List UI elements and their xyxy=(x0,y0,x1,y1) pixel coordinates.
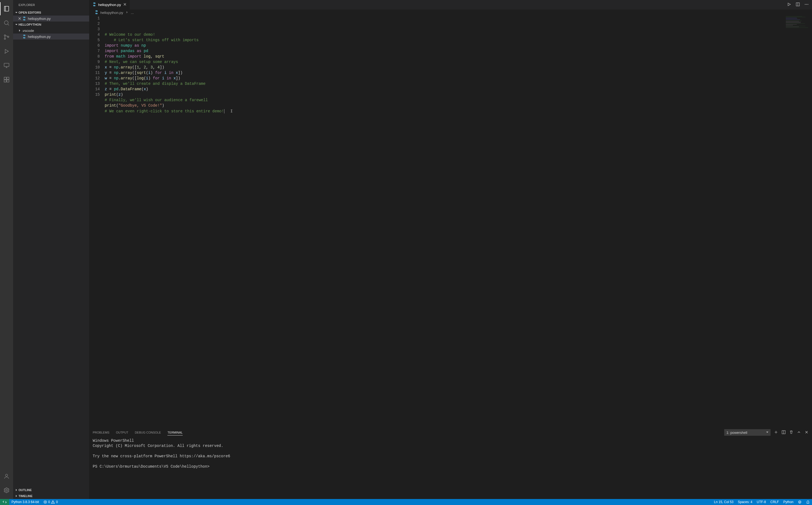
status-interpreter[interactable]: Python 3.8.3 64-bit xyxy=(9,499,41,505)
tree-file-hellopython[interactable]: hellopython.py xyxy=(13,33,89,39)
status-notifications-icon[interactable] xyxy=(804,499,812,505)
minimap[interactable] xyxy=(786,16,812,29)
panel-tab-terminal[interactable]: TERMINAL xyxy=(167,430,183,436)
editor-tabs: hellopython.py xyxy=(89,0,812,10)
tree-folder-vscode[interactable]: .vscode xyxy=(13,27,89,33)
close-panel-icon[interactable] xyxy=(804,430,809,435)
outline-header[interactable]: OUTLINE xyxy=(13,487,89,493)
activity-search-icon[interactable] xyxy=(0,16,13,29)
folder-header[interactable]: HELLOPYTHON xyxy=(13,21,89,27)
code-line[interactable]: # Next, we can setup some arrays xyxy=(105,59,812,64)
terminal-body[interactable]: Windows PowerShell Copyright (C) Microso… xyxy=(89,437,812,499)
line-number: 3 xyxy=(89,26,100,32)
svg-rect-6 xyxy=(4,77,6,79)
editor-actions xyxy=(784,0,812,10)
chevron-right-icon xyxy=(17,28,22,33)
line-number: 1 xyxy=(89,16,100,21)
line-number: 10 xyxy=(89,64,100,70)
bottom-panel: PROBLEMS OUTPUT DEBUG CONSOLE TERMINAL 1… xyxy=(89,428,812,499)
open-editors-header[interactable]: OPEN EDITORS xyxy=(13,10,89,16)
code-line[interactable]: # Finally, we'll wish our audience a far… xyxy=(105,97,812,103)
chevron-right-icon xyxy=(14,488,19,492)
breadcrumbs[interactable]: hellopython.py ... xyxy=(89,10,812,16)
code-line[interactable]: w = np.array([log(i) for i in x]) xyxy=(105,75,812,81)
remote-indicator[interactable] xyxy=(0,499,9,505)
split-editor-icon[interactable] xyxy=(796,2,800,7)
tab-filename: hellopython.py xyxy=(98,3,121,7)
breadcrumb-trail: ... xyxy=(131,11,134,15)
open-editor-item[interactable]: hellopython.py xyxy=(13,16,89,21)
status-eol[interactable]: CRLF xyxy=(768,499,781,505)
editor-tab[interactable]: hellopython.py xyxy=(89,0,130,10)
mouse-ibeam-cursor: I xyxy=(230,108,233,114)
activity-bar xyxy=(0,0,13,499)
maximize-panel-icon[interactable] xyxy=(797,430,801,435)
activity-run-debug-icon[interactable] xyxy=(0,45,13,58)
svg-point-18 xyxy=(53,503,53,503)
code-line[interactable]: import numpy as np xyxy=(105,43,812,48)
chevron-right-icon xyxy=(14,494,19,498)
line-number-gutter[interactable]: 123456789101112131415 xyxy=(89,16,105,428)
close-icon[interactable] xyxy=(123,2,127,7)
status-bar: Python 3.8.3 64-bit 0 0 Ln 15, Col 53 Sp… xyxy=(0,499,812,505)
code-line[interactable]: print("Goodbye, VS Code!") xyxy=(105,103,812,108)
python-file-icon xyxy=(22,34,27,39)
more-actions-icon[interactable] xyxy=(804,2,809,7)
panel-tab-problems[interactable]: PROBLEMS xyxy=(93,430,109,435)
code-editor[interactable]: # Welcome to our demo! # Let's start thi… xyxy=(105,16,812,428)
terminal-select[interactable]: 1: powershell xyxy=(724,429,771,436)
editor-group: hellopython.py h xyxy=(89,0,812,499)
line-number: 2 xyxy=(89,21,100,26)
code-line[interactable]: z = pd.DataFrame(x) xyxy=(105,87,812,92)
code-line[interactable]: # Welcome to our demo! xyxy=(105,32,812,37)
code-line[interactable]: # We can even right-click to store this … xyxy=(105,108,812,114)
status-cursor-position[interactable]: Ln 15, Col 53 xyxy=(712,499,736,505)
explorer-title: EXPLORER xyxy=(13,0,89,10)
python-file-icon xyxy=(94,10,99,15)
text-cursor xyxy=(224,109,224,114)
activity-extensions-icon[interactable] xyxy=(0,73,13,86)
code-line[interactable]: # Then, we'll create and display a DataF… xyxy=(105,81,812,87)
activity-remote-explorer-icon[interactable] xyxy=(0,59,13,72)
run-icon[interactable] xyxy=(787,2,791,7)
status-problems[interactable]: 0 0 xyxy=(41,499,60,505)
code-line[interactable]: from math import log, sqrt xyxy=(105,54,812,59)
svg-point-2 xyxy=(4,38,6,39)
code-line[interactable]: x = np.array([1, 2, 3, 4]) xyxy=(105,64,812,70)
kill-terminal-icon[interactable] xyxy=(789,430,793,435)
code-line[interactable]: y = np.array([sqrt(i) for i in x]) xyxy=(105,70,812,75)
breadcrumb-file: hellopython.py xyxy=(100,11,123,15)
activity-explorer-icon[interactable] xyxy=(0,2,13,15)
split-terminal-icon[interactable] xyxy=(782,430,786,435)
panel-tab-debug-console[interactable]: DEBUG CONSOLE xyxy=(135,430,161,435)
panel-tab-output[interactable]: OUTPUT xyxy=(116,430,128,435)
line-number: 5 xyxy=(89,37,100,43)
timeline-header[interactable]: TIMELINE xyxy=(13,493,89,499)
activity-settings-icon[interactable] xyxy=(0,484,13,497)
close-icon[interactable] xyxy=(17,16,22,21)
chevron-right-icon xyxy=(125,10,129,15)
status-indentation[interactable]: Spaces: 4 xyxy=(736,499,755,505)
status-language-mode[interactable]: Python xyxy=(781,499,796,505)
code-line[interactable]: import pandas as pd xyxy=(105,48,812,54)
status-encoding[interactable]: UTF-8 xyxy=(755,499,768,505)
new-terminal-icon[interactable] xyxy=(774,430,778,435)
line-number: 7 xyxy=(89,48,100,54)
svg-point-0 xyxy=(4,21,8,24)
line-number: 9 xyxy=(89,59,100,64)
line-number: 13 xyxy=(89,81,100,87)
line-number: 14 xyxy=(89,87,100,92)
file-tree: .vscode hellopython.py xyxy=(13,27,89,39)
activity-accounts-icon[interactable] xyxy=(0,470,13,483)
status-feedback-icon[interactable] xyxy=(796,499,804,505)
line-number: 4 xyxy=(89,32,100,37)
svg-point-14 xyxy=(806,4,807,5)
svg-point-13 xyxy=(805,4,806,5)
svg-point-1 xyxy=(4,35,6,36)
activity-source-control-icon[interactable] xyxy=(0,30,13,44)
line-number: 11 xyxy=(89,70,100,75)
svg-point-21 xyxy=(800,502,800,502)
code-line[interactable]: # Let's start things off with imports xyxy=(105,37,812,43)
code-line[interactable]: print(z) xyxy=(105,92,812,97)
python-file-icon xyxy=(22,16,27,21)
